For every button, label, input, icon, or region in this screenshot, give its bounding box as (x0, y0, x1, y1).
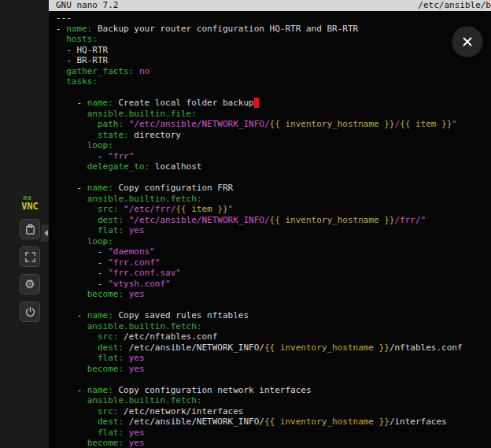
fullscreen-button[interactable] (20, 246, 40, 267)
terminal-line (56, 374, 491, 385)
terminal-line: delegate_to: localhost (56, 161, 491, 172)
terminal-line: state: directory (56, 130, 491, 141)
terminal-line: src: /etc/nftables.conf (56, 331, 491, 342)
terminal-line (56, 87, 491, 98)
terminal-line: flat: yes (56, 428, 491, 439)
terminal-line: - name: Backup your router configuration… (56, 24, 491, 35)
terminal-line: - "vtysh.conf" (56, 279, 491, 290)
terminal-line: become: yes (56, 289, 491, 300)
terminal-line: ansible.builtin.file: (56, 109, 491, 120)
terminal-line: - "daemons" (56, 246, 491, 257)
terminal-window[interactable]: GNU nano 7.2 /etc/ansible/b ---- name: B… (49, 0, 491, 448)
terminal-line: - name: Copy configuration FRR (56, 183, 491, 194)
terminal-line: path: "/etc/ansible/NETWORK_INFO/{{ inve… (56, 119, 491, 130)
settings-button[interactable]: ⚙ (20, 274, 40, 294)
terminal-line: - name: Copy saved rules nftables (56, 310, 491, 321)
power-button[interactable] (20, 302, 40, 322)
terminal-line: dest: "/etc/ansible/NETWORK_INFO/{{ inve… (56, 215, 491, 226)
terminal-line: ansible.builtin.fetch: (56, 194, 491, 205)
fullscreen-icon (24, 251, 36, 263)
terminal-line: - HQ-RTR (56, 45, 491, 56)
terminal-line: become: yes (56, 438, 491, 448)
close-button[interactable] (452, 27, 482, 57)
close-icon (461, 35, 474, 48)
clipboard-button[interactable] (20, 219, 40, 239)
clipboard-icon (24, 224, 36, 235)
terminal-line: loop: (56, 140, 491, 151)
screen: no VNC ⚙ (0, 0, 491, 448)
terminal-line: --- (56, 13, 491, 24)
terminal-line: gather_facts: no (56, 66, 491, 77)
terminal-line: ansible.builtin.fetch: (56, 321, 491, 332)
terminal-line: ansible.builtin.fetch: (56, 395, 491, 406)
control-bar-column: no VNC ⚙ (11, 195, 49, 322)
terminal-line: src: /etc/network/interfaces (56, 406, 491, 417)
terminal-line: dest: /etc/ansible/NETWORK_INFO/{{ inven… (56, 342, 491, 354)
nano-file-path: /etc/ansible/b (418, 0, 491, 11)
gear-icon: ⚙ (24, 279, 35, 291)
terminal-line: src: "/etc/frr/{{ item }}" (56, 204, 491, 215)
terminal-line (56, 172, 491, 183)
terminal-line: become: yes (56, 364, 491, 375)
nano-titlebar: GNU nano 7.2 /etc/ansible/b (49, 0, 491, 11)
vnc-control-bar: no VNC ⚙ (0, 0, 49, 448)
novnc-logo-vnc: VNC (21, 202, 39, 211)
power-icon (24, 306, 36, 318)
terminal-line: flat: yes (56, 353, 491, 364)
terminal-line: - "frr.conf" (56, 257, 491, 268)
terminal-line: - "frr.conf.sav" (56, 268, 491, 279)
terminal-line: hosts: (56, 34, 491, 45)
terminal-content[interactable]: ---- name: Backup your router configurat… (49, 11, 491, 448)
terminal-line: - name: Create local folder backup (56, 98, 491, 109)
terminal-line: tasks: (56, 76, 491, 87)
terminal-line: flat: yes (56, 225, 491, 236)
terminal-line: loop: (56, 236, 491, 247)
chevron-left-icon (44, 230, 48, 236)
terminal-line (56, 300, 491, 311)
novnc-logo: no VNC (21, 195, 39, 211)
terminal-line: - name: Copy configuration network inter… (56, 385, 491, 396)
terminal-line: dest: /etc/ansible/NETWORK_INFO/{{ inven… (56, 417, 491, 428)
terminal-line: - "frr" (56, 151, 491, 162)
nano-version-label: GNU nano 7.2 (56, 0, 118, 10)
text-cursor (254, 98, 260, 108)
terminal-line: - BR-RTR (56, 55, 491, 66)
